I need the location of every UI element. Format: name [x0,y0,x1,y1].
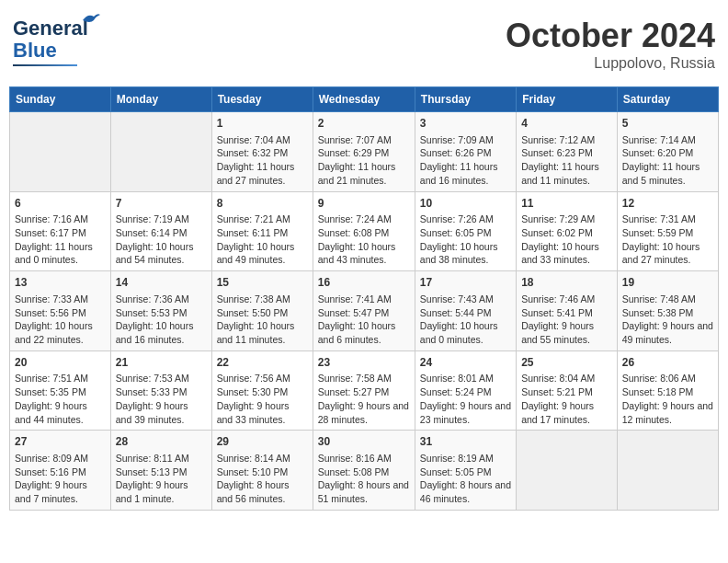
day-info: Sunset: 5:30 PM [217,385,308,399]
logo: General Blue [13,17,88,66]
month-year-title: October 2024 [506,17,715,55]
day-number: 17 [420,275,511,291]
day-number: 30 [318,434,410,450]
calendar-cell: 16Sunrise: 7:41 AMSunset: 5:47 PMDayligh… [313,271,415,351]
day-info: Sunset: 6:20 PM [622,146,713,160]
day-info: Sunrise: 7:48 AM [622,293,713,306]
day-info: Sunset: 5:59 PM [622,226,713,240]
day-number: 29 [217,434,308,450]
day-info: Daylight: 11 hours and 11 minutes. [521,160,612,187]
calendar-cell: 4Sunrise: 7:12 AMSunset: 6:23 PMDaylight… [517,112,618,192]
day-info: Sunset: 6:14 PM [116,226,207,240]
day-info: Sunset: 5:27 PM [318,385,410,399]
day-number: 4 [521,116,612,132]
weekday-header-thursday: Thursday [415,87,516,112]
day-info: Sunrise: 8:09 AM [15,452,106,465]
day-number: 9 [318,196,410,212]
day-info: Sunrise: 7:07 AM [318,133,410,147]
calendar-cell: 30Sunrise: 8:16 AMSunset: 5:08 PMDayligh… [313,431,415,511]
day-info: Daylight: 9 hours and 23 minutes. [420,399,511,426]
location-subtitle: Luppolovo, Russia [506,55,715,72]
calendar-cell: 14Sunrise: 7:36 AMSunset: 5:53 PMDayligh… [110,271,211,351]
calendar-cell: 12Sunrise: 7:31 AMSunset: 5:59 PMDayligh… [617,191,718,271]
day-number: 25 [521,355,612,371]
day-info: Sunset: 5:24 PM [420,385,511,399]
day-info: Sunset: 5:41 PM [521,306,612,320]
calendar-week-4: 20Sunrise: 7:51 AMSunset: 5:35 PMDayligh… [10,350,719,431]
day-info: Daylight: 10 hours and 6 minutes. [318,319,410,346]
day-info: Daylight: 10 hours and 16 minutes. [116,319,207,346]
day-info: Daylight: 8 hours and 51 minutes. [318,478,410,505]
day-info: Daylight: 9 hours and 39 minutes. [116,399,207,426]
day-info: Sunrise: 7:41 AM [318,293,410,306]
calendar-cell: 27Sunrise: 8:09 AMSunset: 5:16 PMDayligh… [10,431,111,511]
day-info: Sunset: 5:56 PM [15,306,106,320]
day-info: Daylight: 10 hours and 0 minutes. [420,319,511,346]
day-info: Daylight: 11 hours and 27 minutes. [217,160,308,187]
title-block: October 2024 Luppolovo, Russia [506,17,715,72]
day-info: Sunrise: 8:19 AM [420,452,511,465]
day-info: Sunrise: 7:31 AM [622,213,713,226]
day-number: 10 [420,196,511,212]
day-number: 31 [420,434,511,450]
day-number: 1 [217,116,308,132]
day-info: Sunrise: 7:09 AM [420,133,511,147]
day-info: Sunset: 5:35 PM [15,385,106,399]
calendar-cell: 9Sunrise: 7:24 AMSunset: 6:08 PMDaylight… [313,191,415,271]
day-number: 12 [622,196,713,212]
day-info: Daylight: 10 hours and 38 minutes. [420,240,511,267]
day-info: Daylight: 9 hours and 28 minutes. [318,399,410,426]
logo-bird-icon [81,11,101,31]
day-info: Sunrise: 7:53 AM [116,372,207,385]
day-info: Daylight: 9 hours and 55 minutes. [521,319,612,346]
day-number: 16 [318,275,410,291]
day-number: 21 [116,355,207,371]
day-info: Sunset: 5:08 PM [318,465,410,479]
calendar-cell: 20Sunrise: 7:51 AMSunset: 5:35 PMDayligh… [10,350,111,431]
day-info: Daylight: 10 hours and 33 minutes. [521,240,612,267]
day-info: Daylight: 10 hours and 22 minutes. [15,319,106,346]
calendar-week-2: 6Sunrise: 7:16 AMSunset: 6:17 PMDaylight… [10,191,719,271]
day-number: 18 [521,275,612,291]
weekday-header-friday: Friday [517,87,618,112]
weekday-header-sunday: Sunday [10,87,111,112]
day-info: Sunset: 5:47 PM [318,306,410,320]
weekday-header-row: SundayMondayTuesdayWednesdayThursdayFrid… [10,87,719,112]
day-info: Daylight: 11 hours and 21 minutes. [318,160,410,187]
logo-divider [13,64,77,66]
day-info: Sunset: 5:33 PM [116,385,207,399]
day-info: Sunrise: 8:11 AM [116,452,207,465]
day-number: 6 [15,196,106,212]
day-info: Sunrise: 7:38 AM [217,293,308,306]
day-number: 13 [15,275,106,291]
day-number: 27 [15,434,106,450]
day-info: Sunset: 5:50 PM [217,306,308,320]
day-info: Sunrise: 7:26 AM [420,213,511,226]
day-info: Daylight: 10 hours and 54 minutes. [116,240,207,267]
calendar-cell [617,431,718,511]
calendar-cell: 11Sunrise: 7:29 AMSunset: 6:02 PMDayligh… [517,191,618,271]
day-info: Sunrise: 8:06 AM [622,372,713,385]
day-info: Sunrise: 7:43 AM [420,293,511,306]
day-info: Daylight: 9 hours and 17 minutes. [521,399,612,426]
day-info: Daylight: 10 hours and 27 minutes. [622,240,713,267]
day-info: Sunset: 5:05 PM [420,465,511,479]
day-number: 8 [217,196,308,212]
calendar-cell: 19Sunrise: 7:48 AMSunset: 5:38 PMDayligh… [617,271,718,351]
day-info: Daylight: 9 hours and 7 minutes. [15,478,106,505]
weekday-header-tuesday: Tuesday [211,87,313,112]
calendar-week-1: 1Sunrise: 7:04 AMSunset: 6:32 PMDaylight… [10,112,719,192]
day-info: Sunset: 5:44 PM [420,306,511,320]
logo-general: General [13,17,88,40]
day-info: Daylight: 11 hours and 5 minutes. [622,160,713,187]
calendar-cell: 5Sunrise: 7:14 AMSunset: 6:20 PMDaylight… [617,112,718,192]
calendar-cell: 6Sunrise: 7:16 AMSunset: 6:17 PMDaylight… [10,191,111,271]
calendar-week-3: 13Sunrise: 7:33 AMSunset: 5:56 PMDayligh… [10,271,719,351]
calendar-cell: 24Sunrise: 8:01 AMSunset: 5:24 PMDayligh… [415,350,516,431]
day-info: Sunset: 5:18 PM [622,385,713,399]
day-info: Sunrise: 7:29 AM [521,213,612,226]
day-info: Sunset: 6:29 PM [318,146,410,160]
calendar-cell: 10Sunrise: 7:26 AMSunset: 6:05 PMDayligh… [415,191,516,271]
day-info: Sunrise: 8:01 AM [420,372,511,385]
day-info: Daylight: 8 hours and 56 minutes. [217,478,308,505]
